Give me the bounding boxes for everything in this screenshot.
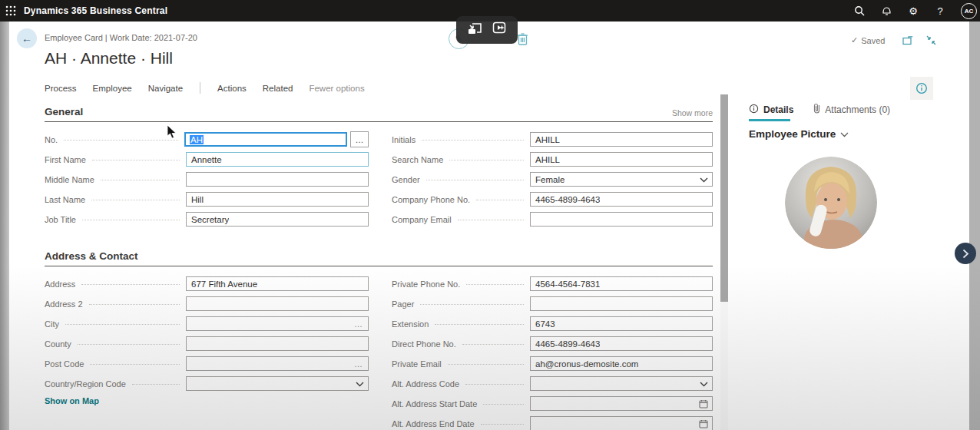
private-email-field[interactable]: ah@cronus-demosite.com [530,356,713,371]
miniplayer-icon[interactable] [467,22,482,38]
employee-photo[interactable] [785,157,877,249]
tab-attachments[interactable]: Attachments (0) [813,103,890,116]
page-caption: Employee Card | Work Date: 2021-07-20 [45,33,197,42]
search-name-field[interactable]: AHILL [530,152,713,167]
field-row-extension: Extension 6743 [392,316,713,331]
middle-name-field[interactable] [186,172,369,187]
job-title-field[interactable]: Secretary [186,212,369,227]
alt-address-code-select[interactable] [530,376,713,391]
open-in-new-window-icon[interactable] [902,35,913,46]
county-field[interactable] [186,336,369,351]
vertical-scrollbar[interactable] [720,94,728,430]
field-row-gender: Gender Female [392,172,713,187]
no-field[interactable]: AH [184,132,347,147]
ribbon-item-actions[interactable]: Actions [217,84,247,93]
field-row-initials: Initials AHILL [392,132,713,147]
dotted-leader [435,324,524,325]
alt-address-start-date-field[interactable] [530,396,713,411]
extension-field[interactable]: 6743 [530,316,713,331]
dotted-leader [64,140,178,141]
post-code-field[interactable]: … [186,356,369,371]
gender-select[interactable]: Female [530,172,713,187]
factbox-tabs: Details Attachments (0) [749,103,890,116]
dotted-leader [426,180,524,180]
field-row-address2: Address 2 [45,296,369,311]
next-arrow-button[interactable] [955,243,976,264]
direct-phone-field[interactable]: 4465-4899-4643 [530,336,713,351]
collapse-header-icon[interactable] [925,35,937,46]
saved-check-icon: ✓ [851,35,858,45]
scrollbar-thumb[interactable] [720,94,728,302]
tab-details[interactable]: Details [749,104,793,116]
address2-field[interactable] [186,296,369,311]
collapse-chevron-icon [840,128,849,140]
field-row-private-email: Private Email ah@cronus-demosite.com [392,356,713,371]
dotted-leader [101,180,180,180]
show-on-map-link[interactable]: Show on Map [45,396,369,405]
video-overlay-controls [456,16,518,44]
dotted-leader [81,284,180,285]
field-row-alt-address-start: Alt. Address Start Date [392,396,713,411]
settings-gear-icon[interactable]: ⚙ [907,5,919,17]
general-section-title[interactable]: General [45,106,83,117]
pager-field[interactable] [530,296,713,311]
no-assist-edit-button[interactable]: … [350,131,369,147]
ribbon-item-related[interactable]: Related [263,84,293,93]
dotted-leader [462,344,524,345]
chevron-down-icon [700,175,708,184]
help-icon[interactable]: ? [934,5,946,17]
calendar-icon[interactable] [699,399,708,410]
dotted-leader [449,160,524,160]
alt-address-end-date-field[interactable] [530,416,713,430]
dotted-leader [92,160,180,160]
ribbon-item-process[interactable]: Process [45,84,77,93]
private-phone-field[interactable]: 4564-4564-7831 [530,276,713,291]
delete-picture-trash-icon[interactable] [517,32,528,46]
field-row-company-phone: Company Phone No. 4465-4899-4643 [392,192,713,207]
initials-field[interactable]: AHILL [530,132,713,147]
last-name-field[interactable]: Hill [186,192,369,207]
notifications-bell-icon[interactable] [880,5,892,17]
dotted-leader [448,364,524,365]
address-section-title[interactable]: Address & Contact [45,250,138,262]
paperclip-icon [813,103,820,116]
lookup-ellipsis-icon[interactable]: … [354,319,363,329]
account-avatar[interactable]: AC [961,3,977,19]
details-pane-toggle-button[interactable] [910,77,933,100]
field-row-private-phone: Private Phone No. 4564-4564-7831 [392,276,713,291]
field-row-alt-address-end: Alt. Address End Date [392,416,713,430]
address-left-column: Address 677 Fifth Avenue Address 2 City [45,276,369,430]
country-region-select[interactable] [186,376,369,391]
dotted-leader [465,384,524,385]
city-field[interactable]: … [186,316,369,331]
section-general: General Show more No. AH … First Name [45,106,713,232]
ribbon-item-fewer-options[interactable]: Fewer options [309,84,364,93]
section-address-contact: Address & Contact Address 677 Fifth Aven… [45,250,713,430]
field-row-alt-address-code: Alt. Address Code [392,376,713,391]
lookup-ellipsis-icon[interactable]: … [354,359,363,369]
ribbon-item-navigate[interactable]: Navigate [148,84,183,93]
active-tab-underline [749,119,790,121]
company-email-field[interactable] [530,212,713,227]
ribbon-item-employee[interactable]: Employee [93,84,132,93]
app-launcher-waffle-icon[interactable] [5,5,16,16]
address-field[interactable]: 677 Fifth Avenue [186,276,369,291]
search-icon[interactable] [853,5,866,17]
field-row-address: Address 677 Fifth Avenue [45,276,369,291]
field-row-middle-name: Middle Name [45,172,369,187]
dotted-leader [78,344,180,345]
first-name-field[interactable]: Annette [186,152,369,167]
dotted-leader [65,324,180,325]
field-row-job-title: Job Title Secretary [45,212,369,227]
window-edge-left [0,22,9,430]
dotted-leader [483,404,524,405]
chevron-down-icon [700,379,708,389]
back-button[interactable]: ← [17,28,37,48]
employee-picture-header[interactable]: Employee Picture [749,128,849,140]
show-more-link[interactable]: Show more [672,108,713,117]
field-row-last-name: Last Name Hill [45,192,369,207]
calendar-icon[interactable] [699,419,708,430]
company-phone-field[interactable]: 4465-4899-4643 [530,192,713,207]
field-row-first-name: First Name Annette [45,152,369,167]
play-preview-sparkle-icon[interactable] [492,22,508,38]
